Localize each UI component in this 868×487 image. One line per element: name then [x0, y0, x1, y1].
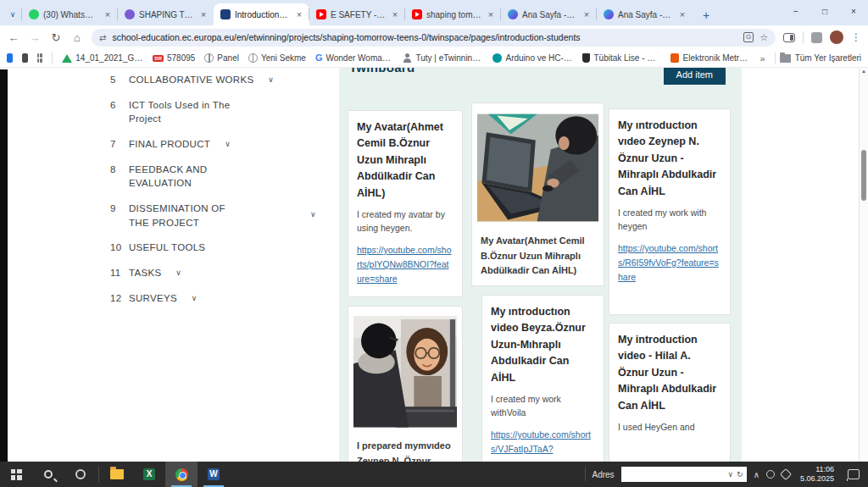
tab-whatsapp[interactable]: (30) WhatsApp ×: [22, 3, 118, 25]
twinboard-card-beyza[interactable]: My ıntroductıon video Beyza.Öznur Uzun-M…: [481, 295, 604, 462]
maximize-button[interactable]: □: [810, 0, 839, 22]
clock-time: 11:06: [800, 465, 834, 474]
tab-bar: ∨ (30) WhatsApp × SHAPING TOMORR... × In…: [0, 0, 868, 25]
sidebar-item-final-product[interactable]: 7 FINAL PRODUCT ∨: [110, 137, 292, 152]
sidebar-item-label: FINAL PRODUCT: [129, 137, 210, 152]
go-icon[interactable]: ↻: [737, 470, 743, 479]
tray-status-icon[interactable]: [766, 470, 775, 479]
sidebar-item-number: 11: [110, 266, 122, 280]
card-link[interactable]: https://youtube.com/shorts/R6I59fvVoFg?f…: [618, 241, 721, 284]
home-icon[interactable]: ⌂: [70, 31, 84, 44]
twinboard-card-avatar-photo-2[interactable]: I prepared mymvıdeo Zeynep N. Öznur Uzun…: [348, 306, 463, 462]
bookmark-item[interactable]: Tuty | eTwinning On...: [403, 53, 483, 63]
hidden-icons-chevron[interactable]: ∧: [754, 470, 760, 479]
taskbar-clock[interactable]: 11:06 5.06.2025: [797, 465, 837, 484]
bookmark-item[interactable]: 14_01_2021_Guvenli...: [62, 53, 143, 63]
new-tab-button[interactable]: +: [696, 5, 716, 25]
close-icon[interactable]: ×: [198, 9, 209, 19]
url-text[interactable]: school-education.ec.europa.eu/en/etwinni…: [112, 32, 737, 42]
bookmark-star-icon[interactable]: ☆: [760, 32, 768, 43]
back-icon[interactable]: ←: [7, 31, 20, 44]
chrome-button[interactable]: [165, 462, 198, 487]
extension-icon[interactable]: [811, 32, 822, 43]
arduino-icon: [492, 53, 502, 63]
close-window-button[interactable]: ×: [839, 0, 868, 22]
close-icon[interactable]: ×: [677, 9, 687, 19]
sidebar-item-number: 5: [110, 73, 122, 87]
chevron-down-icon[interactable]: ∨: [175, 268, 181, 279]
action-center-icon[interactable]: [848, 469, 860, 479]
bookmark-item[interactable]: Panel: [204, 53, 239, 63]
tab-esafety-youtube[interactable]: E SAFETY - YouTube ×: [309, 3, 405, 25]
side-panel-icon[interactable]: [783, 33, 795, 42]
dr-icon: DR: [153, 55, 164, 62]
page-scrollbar[interactable]: ▲: [859, 68, 868, 462]
reload-icon[interactable]: ↻: [49, 31, 63, 44]
tray-connection-icon[interactable]: [780, 468, 792, 480]
taskbar-search-button[interactable]: [32, 462, 64, 487]
twinboard-card-hilal[interactable]: My introduction video - Hilal A. Öznur U…: [609, 323, 731, 462]
tab-canva-2[interactable]: Ana Sayfa - Canva ×: [597, 3, 693, 25]
bookmark-item[interactable]: Yeni Sekme: [248, 53, 306, 63]
window-controls: − □ ×: [782, 0, 868, 22]
excel-icon: X: [143, 468, 155, 480]
sidebar-item-feedback[interactable]: 8 FEEDBACK AND EVALUATION: [110, 163, 292, 191]
sidebar-item-surveys[interactable]: 12 SURVEYS ∨: [110, 291, 292, 306]
chevron-down-icon[interactable]: ∨: [310, 209, 316, 220]
chevron-down-icon[interactable]: ∨: [192, 293, 198, 304]
close-icon[interactable]: ×: [390, 9, 400, 19]
minimize-button[interactable]: −: [782, 0, 810, 22]
twinboard-card-avatar-photo-1[interactable]: My Avatar(Ahmet Cemil B.Öznur Uzun Mihra…: [471, 102, 604, 286]
menu-kebab-icon[interactable]: ⋮: [851, 31, 861, 43]
scrollbar-thumb[interactable]: [861, 150, 866, 201]
sidebar-item-dissemination[interactable]: 9 DISSEMINATION OF THE PROJECT ∨: [110, 202, 292, 230]
sidebar-item-tasks[interactable]: 11 TASKS ∨: [110, 266, 292, 280]
address-toolbar-input[interactable]: ∨ ↻: [621, 467, 747, 482]
tab-shaping-youtube[interactable]: shaping tomorrow... ×: [405, 3, 501, 25]
person-icon: [403, 53, 412, 63]
word-button[interactable]: W: [198, 462, 230, 487]
bookmark-favicon-dark[interactable]: [22, 53, 28, 63]
bookmark-item[interactable]: DR 578095: [153, 53, 195, 63]
address-toolbar-label: Adres: [593, 470, 615, 479]
chevron-down-icon[interactable]: ∨: [268, 75, 274, 86]
bookmark-item[interactable]: Arduino ve HC-SR0...: [492, 53, 573, 63]
apps-grid-icon[interactable]: [37, 53, 43, 63]
bookmark-item[interactable]: Elektronik Metre Na...: [670, 53, 750, 63]
close-icon[interactable]: ×: [294, 9, 304, 19]
start-button[interactable]: [0, 462, 32, 487]
bookmark-item[interactable]: G Wonder Woman ile...: [315, 53, 394, 63]
forward-icon[interactable]: →: [28, 31, 42, 44]
address-bar[interactable]: ⇄ school-education.ec.europa.eu/en/etwin…: [92, 29, 776, 47]
close-icon[interactable]: ×: [581, 9, 592, 19]
task-view-button[interactable]: [64, 462, 97, 487]
bookmark-favicon-blue[interactable]: [7, 53, 13, 63]
excel-button[interactable]: X: [133, 462, 165, 487]
sidebar-item-ict-tools[interactable]: 6 ICT Tools Used in The Project: [110, 98, 292, 126]
bookmarks-overflow-icon[interactable]: »: [760, 53, 765, 64]
sidebar-item-useful-tools[interactable]: 10 USEFUL TOOLS: [110, 241, 292, 255]
twinboard-card-zeynep[interactable]: My ıntroductıon vıdeo Zeynep N. Öznur Uz…: [609, 108, 731, 315]
tab-canva-1[interactable]: Ana Sayfa - Canva ×: [501, 3, 597, 25]
bookmark-item[interactable]: Tübitak Lise - Cüney...: [582, 53, 661, 63]
tab-shaping-tomorrow[interactable]: SHAPING TOMORR... ×: [118, 3, 214, 25]
tab-search-icon[interactable]: ∨: [3, 3, 22, 25]
sidebar-item-label: DISSEMINATION OF THE PROJECT: [129, 202, 239, 230]
twinboard-card-avatar-text[interactable]: My Avatar(Ahmet Cemil B.Öznur Uzun Mihra…: [348, 110, 463, 297]
close-icon[interactable]: ×: [486, 9, 496, 19]
chevron-down-icon[interactable]: ∨: [225, 139, 231, 150]
close-icon[interactable]: ×: [103, 9, 113, 19]
all-bookmarks-button[interactable]: Tüm Yer İşaretleri: [775, 53, 861, 64]
card-link[interactable]: https://youtube.com/shorts/pIYQNw8BNOI?f…: [357, 243, 453, 285]
profile-avatar[interactable]: [830, 30, 843, 44]
sidebar-item-label: SURVEYS: [129, 291, 177, 306]
sidebar-item-collaborative-works[interactable]: 5 COLLABORATIVE WORKS ∨: [110, 73, 292, 87]
card-link[interactable]: https://youtube.com/shorts/VJFatIpJTaA?: [491, 428, 595, 457]
scroll-up-icon[interactable]: ▲: [860, 69, 868, 74]
tab-introduction-active[interactable]: Introduction of the ... ×: [214, 3, 309, 25]
site-info-icon[interactable]: ⇄: [99, 33, 106, 42]
file-explorer-button[interactable]: [101, 462, 133, 487]
dropdown-icon[interactable]: ∨: [727, 470, 733, 479]
add-item-button[interactable]: Add item: [664, 68, 726, 85]
translate-icon[interactable]: G: [743, 32, 754, 42]
